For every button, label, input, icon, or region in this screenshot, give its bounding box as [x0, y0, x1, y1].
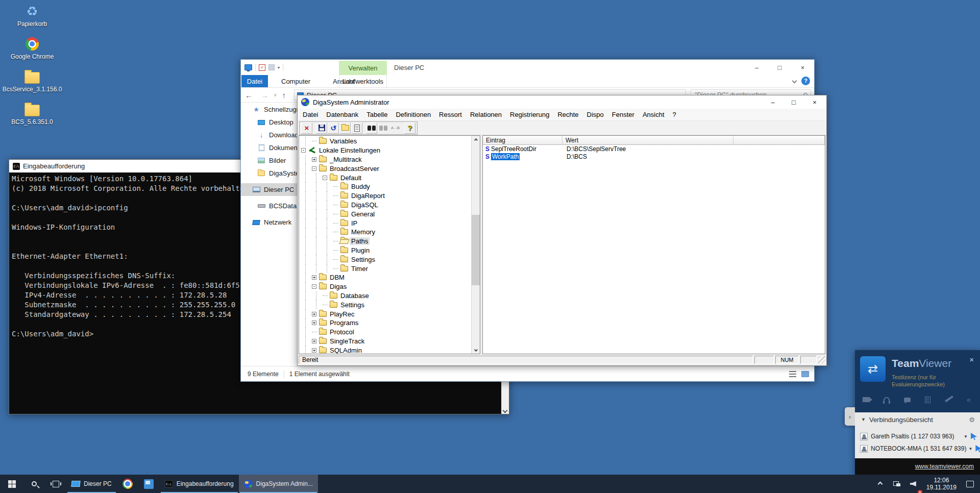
details-view-icon[interactable]: [789, 371, 796, 377]
tab-laufwerktools[interactable]: Laufwerktools: [339, 75, 387, 88]
tree-item[interactable]: +DBM: [301, 273, 471, 282]
chat-button[interactable]: [901, 395, 913, 405]
column-header-empty[interactable]: [733, 136, 825, 145]
tab-computer[interactable]: Computer: [274, 75, 317, 87]
tree-item[interactable]: IP: [301, 218, 471, 228]
chevron-down-icon[interactable]: ▼: [968, 447, 972, 451]
collapse-icon[interactable]: «: [963, 395, 975, 405]
desktop-icon[interactable]: Google Chrome: [4, 36, 60, 65]
tree-expand-toggle[interactable]: +: [312, 339, 316, 343]
remote-pointer-icon[interactable]: [975, 445, 980, 452]
scroll-down-icon[interactable]: [472, 346, 480, 354]
tree-expand-toggle[interactable]: +: [312, 157, 316, 162]
menu-item-datenbank[interactable]: Datenbank: [322, 111, 362, 118]
menu-item-rechte[interactable]: Rechte: [553, 111, 582, 118]
tree-item[interactable]: -Digas: [301, 282, 471, 291]
tree-expand-toggle[interactable]: +: [312, 348, 316, 353]
filetransfer-button[interactable]: [922, 395, 934, 405]
scroll-down-icon[interactable]: [503, 408, 508, 413]
network-tray-icon[interactable]: [890, 475, 904, 493]
minimize-button[interactable]: –: [745, 60, 768, 75]
menu-item-relationen[interactable]: Relationen: [466, 111, 506, 118]
tree-item[interactable]: Timer: [301, 264, 471, 273]
show-hidden-icons-button[interactable]: [873, 475, 888, 493]
tree-item[interactable]: +Programs: [301, 318, 471, 328]
tree-item[interactable]: Settings: [301, 255, 471, 264]
menu-item-registrierung[interactable]: Registrierung: [506, 111, 553, 118]
tree-item[interactable]: DigaReport: [301, 191, 471, 201]
save-button[interactable]: [316, 122, 327, 134]
tree-item[interactable]: DigaSQL: [301, 201, 471, 210]
sidebar-item-desktop[interactable]: Desktop: [241, 116, 299, 129]
video-button[interactable]: [860, 395, 872, 405]
delete-button[interactable]: ×: [301, 122, 312, 134]
tree-item[interactable]: Buddy: [301, 182, 471, 191]
tree-expand-toggle[interactable]: -: [323, 176, 327, 180]
connection-row[interactable]: NOTEBOOK-MMA (1 531 647 839)▼: [860, 443, 977, 454]
explorer-titlebar[interactable]: ✓ ▾ Verwalten Dieser PC – □ ×: [241, 60, 814, 75]
close-button[interactable]: ×: [811, 98, 818, 106]
task-view-button[interactable]: [45, 475, 66, 493]
taskbar-item-digasystem[interactable]: DigaSystem Admin...: [239, 475, 318, 493]
open-button[interactable]: [339, 122, 351, 134]
sidebar-item-bcsdata-d-[interactable]: BCSData (D:): [241, 200, 299, 212]
panel-collapse-handle[interactable]: ›: [845, 407, 855, 426]
sidebar-item-bilder[interactable]: Bilder: [241, 154, 299, 167]
properties-icon[interactable]: ✓: [259, 64, 265, 71]
tree-scrollbar[interactable]: [471, 136, 480, 354]
teamviewer-link[interactable]: www.teamviewer.com: [915, 463, 974, 470]
menu-item-datei[interactable]: Datei: [299, 111, 322, 118]
remote-pointer-icon[interactable]: [971, 433, 977, 440]
menu-item-fenster[interactable]: Fenster: [608, 111, 639, 118]
tree-expand-toggle[interactable]: -: [312, 166, 316, 171]
taskbar-clock[interactable]: 12:06 19.11.2019: [922, 477, 961, 491]
scrollbar-thumb[interactable]: [472, 215, 480, 285]
whiteboard-button[interactable]: [942, 395, 954, 405]
menu-item-dispo[interactable]: Dispo: [583, 111, 608, 118]
expand-ribbon-icon[interactable]: [792, 79, 797, 84]
new-folder-icon[interactable]: [268, 64, 275, 70]
column-header-eintrag[interactable]: Eintrag: [483, 136, 562, 145]
sidebar-item-dieser-pc[interactable]: Dieser PC: [241, 183, 299, 196]
chevron-down-icon[interactable]: ▼: [964, 434, 968, 439]
menu-item-ressort[interactable]: Ressort: [435, 111, 466, 118]
tree-item[interactable]: -Default: [301, 173, 471, 182]
tree-item[interactable]: General: [301, 209, 471, 218]
tree-item[interactable]: +_Multitrack: [301, 155, 471, 164]
up-button[interactable]: ↑: [278, 91, 290, 100]
tab-datei[interactable]: Datei: [241, 75, 268, 87]
tree-item[interactable]: Plugin: [301, 246, 471, 255]
maximize-button[interactable]: □: [768, 60, 791, 75]
preview-button[interactable]: [351, 122, 362, 134]
thumbnail-view-icon[interactable]: [801, 371, 809, 377]
tree-item[interactable]: +SingleTrack: [301, 337, 471, 346]
tree-expand-toggle[interactable]: +: [312, 321, 316, 325]
tree-item[interactable]: Variables: [301, 137, 471, 146]
tree-expand-toggle[interactable]: -: [312, 284, 316, 289]
taskbar-item-dieser-pc[interactable]: Dieser PC: [66, 475, 117, 493]
minimize-button[interactable]: –: [769, 98, 776, 106]
sidebar-item-digasystem[interactable]: DigaSystem: [241, 167, 299, 180]
resize-grip-icon[interactable]: [818, 356, 825, 363]
desktop-icon[interactable]: BCS_5.6.351.0: [4, 101, 60, 130]
recent-locations-icon[interactable]: ∨: [273, 92, 278, 97]
sidebar-item-schnellzugriff[interactable]: ★Schnellzugriff: [241, 103, 299, 116]
volume-tray-icon[interactable]: ✕: [906, 475, 920, 493]
tree-item[interactable]: Database: [301, 291, 471, 301]
tree-item[interactable]: +PlayRec: [301, 309, 471, 318]
help-button[interactable]: ?: [404, 122, 415, 134]
digasystem-titlebar[interactable]: DigaSystem Administrator – □ ×: [298, 95, 826, 109]
section-header[interactable]: ▼ Verbindungsübersicht ⚙: [855, 412, 980, 427]
desktop-icon[interactable]: ♻Papierkorb: [4, 3, 60, 32]
table-row[interactable]: SSeplTreeRootDirD:\BCS\SeplServTree: [483, 145, 825, 153]
column-header-wert[interactable]: Wert: [562, 136, 733, 145]
tree-item[interactable]: Paths: [301, 237, 471, 246]
find-button[interactable]: [366, 122, 377, 134]
tree-item[interactable]: Memory: [301, 228, 471, 237]
scroll-up-icon[interactable]: [472, 136, 480, 144]
desktop-icon[interactable]: BcsService_3.1.156.0: [4, 68, 60, 97]
taskbar-search-button[interactable]: [23, 475, 45, 493]
menu-item--[interactable]: ?: [669, 111, 680, 118]
connection-row[interactable]: Gareth Psaltis (1 127 033 963)▼: [860, 431, 977, 442]
tree-expand-toggle[interactable]: +: [312, 312, 316, 316]
